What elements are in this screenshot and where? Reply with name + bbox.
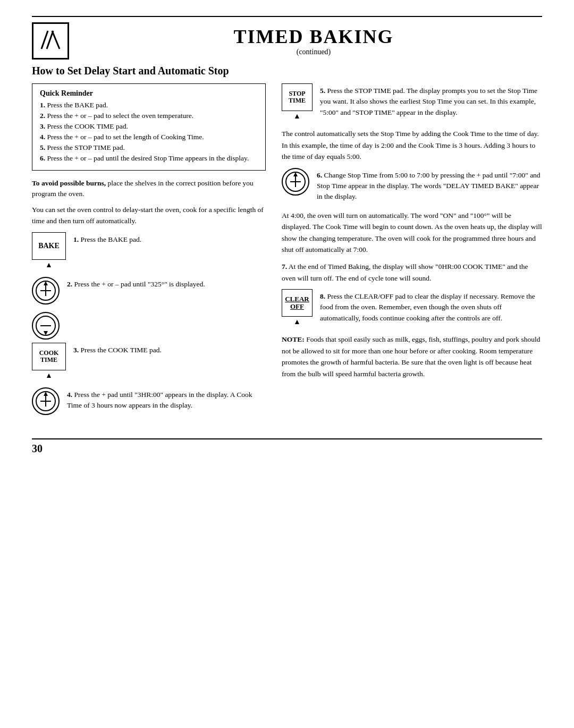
cook-arrow-icon: ▲: [45, 371, 53, 380]
stop-time-pad[interactable]: STOP TIME: [282, 83, 313, 111]
step-num: 2.: [67, 280, 72, 288]
clear-off-pad-wrapper: CLEAR OFF ▲: [282, 289, 313, 326]
svg-line-1: [47, 31, 53, 49]
list-item: 1. Press the BAKE pad.: [40, 101, 258, 109]
para-after-5: The control automatically sets the Stop …: [282, 128, 542, 163]
warning-text: To avoid possible burns, place the shelv…: [32, 178, 266, 200]
plus-circle-icon[interactable]: [32, 277, 60, 304]
quick-reminder-box: Quick Reminder 1. Press the BAKE pad. 2.…: [32, 83, 266, 171]
step-5-text: 5. Press the STOP TIME pad. The display …: [320, 83, 542, 118]
list-item: 4. Press the + or – pad to set the lengt…: [40, 133, 258, 141]
cook-pad-wrapper: COOK TIME ▲: [32, 343, 66, 380]
clear-arrow-icon: ▲: [293, 318, 301, 326]
step-num: 3.: [73, 346, 79, 354]
plus-circle-2-icon[interactable]: [32, 387, 60, 415]
svg-line-0: [41, 31, 48, 49]
logo-icon: [37, 27, 64, 56]
plus-circle-3-icon[interactable]: [282, 168, 309, 196]
step-2-text: 2. Press the + or – pad until "325°" is …: [67, 277, 205, 290]
bottom-border: [32, 438, 542, 439]
section-heading: How to Set Delay Start and Automatic Sto…: [32, 65, 542, 77]
para-after-6: At 4:00, the oven will turn on automatic…: [282, 210, 542, 256]
reminder-list: 1. Press the BAKE pad. 2. Press the + or…: [40, 101, 258, 163]
clear-label-line1: CLEAR: [285, 295, 309, 303]
clear-off-pad[interactable]: CLEAR OFF: [282, 289, 313, 317]
step-4-text: 4. Press the + pad until "3HR:00" appear…: [67, 387, 266, 411]
cook-time-pad[interactable]: COOK TIME: [32, 343, 66, 370]
intro-para: You can set the oven control to delay-st…: [32, 204, 266, 227]
step-6-text: 6. Change Stop Time from 5:00 to 7:00 by…: [317, 168, 542, 202]
header-row: TIMED BAKING (continued): [32, 22, 542, 60]
cook-label-line1: COOK: [39, 350, 59, 357]
bake-pad-wrapper: BAKE ▲: [32, 232, 66, 269]
svg-line-2: [52, 31, 60, 49]
warning-bold: To avoid possible burns,: [32, 179, 106, 187]
step-8-text: 8. Press the CLEAR/OFF pad to clear the …: [320, 289, 542, 324]
right-step-6: 6. Change Stop Time from 5:00 to 7:00 by…: [282, 168, 542, 202]
bake-pad[interactable]: BAKE: [32, 232, 66, 260]
top-border: [32, 16, 542, 17]
right-column: STOP TIME ▲ 5. Press the STOP TIME pad. …: [282, 83, 542, 422]
page-title-block: TIMED BAKING (continued): [85, 26, 542, 56]
step-num: 5.: [320, 87, 325, 95]
right-step-8: CLEAR OFF ▲ 8. Press the CLEAR/OFF pad t…: [282, 289, 542, 326]
content-area: Quick Reminder 1. Press the BAKE pad. 2.…: [32, 83, 542, 422]
page-title: TIMED BAKING: [85, 26, 542, 48]
list-item: 3. Press the COOK TIME pad.: [40, 122, 258, 131]
step-num: 1.: [73, 235, 79, 243]
right-step-5: STOP TIME ▲ 5. Press the STOP TIME pad. …: [282, 83, 542, 121]
minus-circle-icon[interactable]: [32, 312, 60, 340]
step-num: 8.: [320, 292, 325, 300]
logo-box: [32, 22, 69, 60]
quick-reminder-title: Quick Reminder: [40, 89, 258, 98]
minus-circle-row: [32, 312, 266, 340]
note-para: NOTE: Foods that spoil easily such as mi…: [282, 334, 542, 379]
cook-label-line2: TIME: [40, 357, 57, 363]
bake-arrow-icon: ▲: [45, 261, 53, 269]
stop-label-line2: TIME: [289, 97, 306, 104]
step-1-text: 1. Press the BAKE pad.: [73, 232, 141, 245]
left-step-4: 4. Press the + pad until "3HR:00" appear…: [32, 387, 266, 415]
left-column: Quick Reminder 1. Press the BAKE pad. 2.…: [32, 83, 266, 422]
left-step-1: BAKE ▲ 1. Press the BAKE pad.: [32, 232, 266, 269]
list-item: 2. Press the + or – pad to select the ov…: [40, 112, 258, 120]
list-item: 5. Press the STOP TIME pad.: [40, 143, 258, 152]
page-number: 30: [32, 443, 542, 455]
step-num: 4.: [67, 391, 72, 399]
list-item: 6. Press the + or – pad until the desire…: [40, 154, 258, 163]
stop-pad-wrapper: STOP TIME ▲: [282, 83, 313, 121]
left-step-3: COOK TIME ▲ 3. Press the COOK TIME pad.: [32, 343, 266, 380]
page-subtitle: (continued): [85, 48, 542, 56]
step-num: 6.: [317, 171, 322, 179]
clear-label-line2: OFF: [290, 303, 304, 310]
left-step-2: 2. Press the + or – pad until "325°" is …: [32, 277, 266, 304]
note-bold: NOTE:: [282, 335, 305, 343]
step-num: 7.: [282, 263, 287, 270]
step-3-text: 3. Press the COOK TIME pad.: [73, 343, 162, 355]
bake-label: BAKE: [38, 242, 60, 250]
stop-arrow-icon: ▲: [293, 112, 301, 121]
step-7-text: 7. At the end of Timed Baking, the displ…: [282, 261, 542, 284]
